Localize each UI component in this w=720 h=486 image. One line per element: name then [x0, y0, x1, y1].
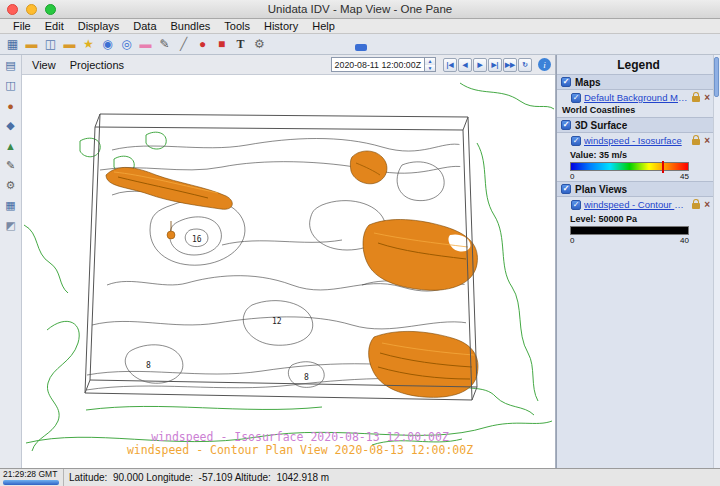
plan-views-checkbox[interactable]: ✓ — [561, 184, 571, 194]
window-title: Unidata IDV - Map View - One Pane — [268, 3, 453, 15]
view-menu[interactable]: View — [26, 59, 62, 71]
legend-item-default-maps: ✓ Default Background Maps × — [557, 90, 720, 104]
isosurface-link[interactable]: windspeed - Isosurface — [584, 135, 682, 146]
surface-checkbox[interactable]: ✓ — [561, 120, 571, 130]
window-controls — [7, 4, 56, 15]
animation-properties-button[interactable]: i — [538, 58, 551, 71]
legend-item-contour-plan: ✓ windspeed - Contour Pl... × — [557, 197, 720, 211]
go-last-button[interactable]: ▶▶ — [503, 58, 517, 72]
minimize-button[interactable] — [26, 4, 37, 15]
colorbar-value-marker — [662, 161, 664, 173]
capture-movie-icon[interactable]: ■ — [213, 36, 230, 53]
text-tool-icon[interactable]: T — [232, 36, 249, 53]
legend-scrollbar[interactable] — [713, 55, 720, 468]
isosurface-layer — [106, 151, 478, 397]
left-toolbar: ▤ ◫ ● ◆ ▲ ✎ ⚙ ▦ ◩ — [0, 55, 22, 468]
animation-time-value[interactable]: 2020-08-11 12:00:00Z — [331, 57, 425, 72]
play-button[interactable]: ▶ — [473, 58, 487, 72]
eraser-icon[interactable]: ▬ — [137, 36, 154, 53]
legend-section-maps: ✓ Maps — [557, 74, 720, 90]
colorbar-range-labels: 0 45 — [570, 171, 689, 181]
time-spinner: ▲ ▼ — [425, 57, 436, 72]
map-canvas[interactable]: 16 8 12 8 — [22, 75, 555, 468]
maps-section-label: Maps — [575, 77, 601, 88]
remove-display-icon[interactable]: × — [704, 93, 710, 103]
save-bundle-icon[interactable]: ◫ — [42, 36, 59, 53]
menu-help[interactable]: Help — [305, 20, 342, 32]
surface-section-label: 3D Surface — [575, 120, 627, 131]
field-selector-icon[interactable]: ◫ — [3, 78, 19, 93]
default-maps-link[interactable]: Default Background Maps — [584, 92, 689, 103]
lock-icon[interactable] — [692, 96, 700, 102]
menu-bundles[interactable]: Bundles — [164, 20, 218, 32]
menu-data[interactable]: Data — [126, 20, 163, 32]
settings-gear-icon[interactable]: ⚙ — [251, 36, 268, 53]
drawing-tool-icon[interactable]: ✎ — [3, 158, 19, 173]
map-3d-view[interactable]: 16 8 12 8 — [22, 75, 555, 468]
layers-icon[interactable]: ◎ — [118, 36, 135, 53]
colorbar-max: 45 — [680, 172, 689, 181]
dashboard-icon[interactable]: ▤ — [3, 58, 19, 73]
record-icon[interactable]: ● — [194, 36, 211, 53]
probe-icon[interactable]: ╱ — [175, 36, 192, 53]
contour-plan-checkbox[interactable]: ✓ — [571, 200, 581, 210]
isosurface-checkbox[interactable]: ✓ — [571, 136, 581, 146]
edit-pencil-icon[interactable]: ✎ — [156, 36, 173, 53]
contour-min: 0 — [570, 236, 574, 245]
point-data-icon[interactable]: ● — [3, 98, 19, 113]
clock-cell: 21:29:28 GMT — [0, 469, 64, 486]
settings-gear-icon[interactable]: ⚙ — [3, 178, 19, 193]
default-maps-checkbox[interactable]: ✓ — [571, 93, 581, 103]
menu-displays[interactable]: Displays — [71, 20, 127, 32]
colorbar-min: 0 — [570, 172, 574, 181]
menu-edit[interactable]: Edit — [38, 20, 71, 32]
world-coastlines-label: World Coastlines — [557, 104, 720, 117]
contour-label: 16 — [192, 235, 202, 244]
contour-plan-time-label: windspeed - Contour Plan View 2020-08-13… — [127, 443, 473, 457]
memory-usage-bar — [3, 480, 59, 485]
isosurface-colorbar[interactable] — [570, 162, 689, 171]
go-first-button[interactable]: |◀ — [443, 58, 457, 72]
menu-file[interactable]: File — [6, 20, 38, 32]
zoom-button[interactable] — [45, 4, 56, 15]
close-button[interactable] — [7, 4, 18, 15]
favorites-star-icon[interactable]: ★ — [80, 36, 97, 53]
contour-labels: 16 8 12 8 — [146, 235, 309, 382]
menu-history[interactable]: History — [257, 20, 305, 32]
open-file-icon[interactable]: ▬ — [23, 36, 40, 53]
map-controls-icon[interactable]: ◆ — [3, 118, 19, 133]
menu-bar: File Edit Displays Data Bundles Tools Hi… — [0, 19, 720, 34]
capture-icon[interactable]: ◩ — [3, 218, 19, 233]
maps-checkbox[interactable]: ✓ — [561, 77, 571, 87]
legend-title: Legend — [557, 55, 720, 74]
remove-display-icon[interactable]: × — [704, 136, 710, 146]
projections-menu[interactable]: Projections — [64, 59, 130, 71]
open-bundle-icon[interactable]: ▬ — [61, 36, 78, 53]
contour-plan-link[interactable]: windspeed - Contour Pl... — [584, 199, 689, 210]
animation-controls: |◀ ◀ ▶ ▶| ▶▶ ↻ — [443, 58, 532, 72]
map-view-panel: View Projections 2020-08-11 12:00:00Z ▲ … — [22, 55, 556, 468]
loop-button[interactable]: ↻ — [518, 58, 532, 72]
spinner-down-icon[interactable]: ▼ — [425, 65, 435, 72]
scrollbar-thumb[interactable] — [714, 57, 719, 97]
remove-display-icon[interactable]: × — [704, 200, 710, 210]
projection-icon[interactable]: ▲ — [3, 138, 19, 153]
contour-colorbar-wrap: 0 40 — [557, 225, 689, 245]
step-back-button[interactable]: ◀ — [458, 58, 472, 72]
data-source-icon[interactable]: ◉ — [99, 36, 116, 53]
plan-views-section-label: Plan Views — [575, 184, 627, 195]
menu-tools[interactable]: Tools — [217, 20, 257, 32]
dashboard-icon[interactable]: ▦ — [4, 36, 21, 53]
status-bar: 21:29:28 GMT Latitude: 90.000 Longitude:… — [0, 468, 720, 486]
legend-item-isosurface: ✓ windspeed - Isosurface × — [557, 133, 720, 147]
contour-max: 40 — [680, 236, 689, 245]
animation-time-combo[interactable]: 2020-08-11 12:00:00Z ▲ ▼ — [331, 57, 436, 72]
step-forward-button[interactable]: ▶| — [488, 58, 502, 72]
lock-icon[interactable] — [692, 203, 700, 209]
view-menubar: View Projections 2020-08-11 12:00:00Z ▲ … — [22, 55, 555, 75]
progress-indicator — [355, 44, 367, 51]
lock-icon[interactable] — [692, 139, 700, 145]
grid-display-icon[interactable]: ▦ — [3, 198, 19, 213]
isosurface-colorbar-wrap: 0 45 — [557, 161, 689, 181]
contour-colorbar[interactable] — [570, 226, 689, 235]
